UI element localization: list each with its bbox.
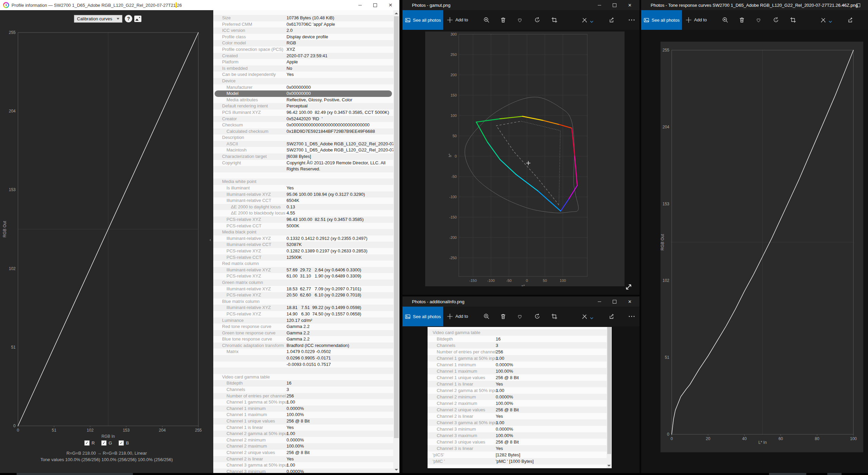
property-row[interactable]: -0.0093 0.0151 0.7517 [213,362,393,368]
property-row[interactable]: Can be used independentlyYes [213,71,393,78]
property-row[interactable]: Channel 3 maximum100.00% [428,432,607,439]
property-row[interactable]: Profile connection space (PCS)XYZ [213,46,393,53]
property-row[interactable]: PCS-relative XYZ96.43 100.00 82.51 (xy 0… [213,216,393,223]
channel-toggle-g[interactable]: G [101,440,112,446]
property-row[interactable]: Channel 2 minimum0.0000% [213,437,393,443]
favorite-icon[interactable] [516,17,523,23]
rotate-icon[interactable] [773,17,780,23]
property-row[interactable]: Characterization target[6038 Bytes] [213,153,393,160]
property-row[interactable]: PCS-relative XYZ61.00 31.10 1.90 (xy 0.6… [213,273,393,280]
property-row[interactable]: Channel 2 is linearYes [213,456,393,462]
see-all-photos-button[interactable]: See all photos [402,307,443,326]
property-row[interactable]: Channel 1 unique values256 @ 8 Bit [428,374,607,381]
maximize-button[interactable] [607,296,622,307]
property-row[interactable]: Blue tone response curveGamma 2.2 [213,336,393,343]
property-row[interactable]: Illuminant-relative XYZ18.53 62.77 7.09 … [213,286,393,292]
checkbox-checked[interactable] [84,440,90,446]
property-row[interactable]: 0.0296 0.9905 -0.0171 [213,355,393,362]
property-row[interactable]: Bitdepth16 [428,336,607,342]
property-row[interactable]: Default rendering intentPerceptual [213,103,393,109]
property-row[interactable]: Is illuminantYes [213,185,393,191]
property-row[interactable]: Illuminant-relative XYZ57.69 29.72 2.64 … [213,267,393,273]
property-row[interactable]: Channel 2 minimum0.0000% [428,394,607,400]
delete-icon[interactable] [500,313,507,320]
property-row[interactable]: Calculated checksum0x1BD9D7E5921844BF729… [213,128,393,135]
property-row[interactable]: Media black point [213,229,393,235]
property-row[interactable]: Channel 2 unique values256 @ 8 Bit [213,450,393,456]
property-row[interactable]: Number of entries per channel256 [428,349,607,355]
property-row[interactable]: Channels3 [213,387,393,393]
more-icon[interactable] [628,17,635,23]
panel-collapse-handle[interactable]: ‹ [210,237,211,242]
more-icon[interactable] [628,313,635,320]
property-row[interactable]: Channel 3 gamma at 50% input1.00 [213,462,393,469]
properties-scrollbar[interactable] [393,10,399,473]
channel-toggle-r[interactable]: R [84,440,95,446]
delete-icon[interactable] [738,17,745,23]
zoom-icon[interactable] [483,313,490,320]
add-to-button[interactable]: Add to [455,314,468,319]
property-row[interactable]: Media attributesReflective, Glossy, Posi… [213,97,393,103]
property-row[interactable]: Channel 1 is linearYes [428,381,607,387]
property-row[interactable]: Preferred CMM0x6170706C 'appl' Apple [213,21,393,28]
property-row[interactable]: Is embeddedNo [213,65,393,72]
property-row[interactable]: Matrix1.0479 0.0229 -0.0502 [213,349,393,355]
property-row[interactable]: Illuminant-relative XYZ95.06 100.00 108.… [213,191,393,198]
property-row[interactable]: Channel 3 minimum0.0000% [428,426,607,432]
property-row[interactable]: Channel 2 gamma at 50% input1.00 [213,431,393,437]
property-row[interactable]: Channel 2 gamma at 50% input1.00 [428,387,607,394]
property-row[interactable]: Channel 1 unique values256 @ 8 Bit [213,418,393,425]
property-row[interactable]: ΔE 2000 to blackbody locus4.55 [213,210,393,216]
maximize-button[interactable] [368,0,383,10]
add-to-button[interactable]: Add to [455,17,468,22]
property-row[interactable]: MacintoshSW2700 1_D65_Adobe RGB_L120_G22… [213,147,393,153]
image-scrollbar[interactable] [607,327,612,468]
checkbox-checked[interactable] [119,440,124,446]
property-row[interactable]: Channel 2 maximum100.00% [213,443,393,450]
property-row[interactable]: Model0x00000000 [213,90,393,97]
property-row[interactable]: PCS-relative XYZ14.90 6.30 74.50 (xy 0.1… [213,311,393,317]
property-row[interactable]: ΔE 2000 to daylight locus0.13 [213,204,393,210]
property-row[interactable]: Channel 2 is linearYes [428,413,607,419]
minimize-button[interactable] [592,296,607,307]
minimize-button[interactable] [835,0,851,10]
property-row[interactable]: Manufacturer0x00000000 [213,84,393,91]
close-button[interactable]: ✕ [622,0,637,10]
property-row[interactable]: Bitdepth16 [213,380,393,387]
property-row[interactable]: Illuminant-relative XYZ0.1332 0.1412 0.2… [213,235,393,242]
property-row[interactable]: Blue matrix column [213,298,393,305]
add-icon[interactable] [685,17,692,23]
chevron-down-icon[interactable] [828,19,835,25]
property-row[interactable]: Checksum0x000000000000000000000000000000… [213,122,393,128]
property-row[interactable]: Color modelRGB [213,40,393,46]
see-all-photos-button[interactable]: See all photos [402,10,443,30]
property-row[interactable]: PlatformApple [213,59,393,65]
chevron-down-icon[interactable] [590,315,596,322]
favorite-icon[interactable] [516,313,523,320]
property-row[interactable]: Channel 3 minimum0.0000% [213,469,393,473]
property-row[interactable]: Creator0x52442020 'RD ' [213,116,393,122]
add-icon[interactable] [447,313,453,320]
property-row[interactable]: CopyrightCopyright Â© 2011-2019 Remote D… [213,160,393,166]
minimize-button[interactable] [352,0,368,10]
share-icon[interactable] [847,17,854,23]
chevron-down-icon[interactable] [590,19,596,25]
property-row[interactable]: PCS-relative CCT5000K [213,223,393,229]
property-row[interactable]: Rights Reserved. [213,166,393,172]
zoom-icon[interactable] [483,17,490,23]
property-row[interactable]: Media white point [213,179,393,185]
property-row[interactable]: Channel 1 gamma at 50% input1.00 [213,399,393,406]
property-row[interactable]: PCS-relative XYZ20.50 62.60 6.10 (xy 0.2… [213,292,393,298]
property-row[interactable]: Channel 1 is linearYes [213,425,393,431]
edit-create-icon[interactable] [820,17,827,23]
scroll-down-icon[interactable] [395,469,398,471]
property-row[interactable]: Channel 2 maximum100.00% [428,400,607,407]
share-icon[interactable] [608,313,615,320]
property-row[interactable]: Chromatic adaptation transformBradford (… [213,343,393,349]
close-button[interactable]: ✕ [383,0,398,10]
see-all-photos-button[interactable]: See all photos [641,10,682,30]
property-row[interactable]: Luminance120.17 cd/m² [213,317,393,324]
property-row[interactable]: Red tone response curveGamma 2.2 [213,324,393,330]
property-row[interactable]: Green tone response curveGamma 2.2 [213,330,393,336]
property-row[interactable]: ASCIISW2700 1_D65_Adobe RGB_L120_G22_Rel… [213,141,393,147]
